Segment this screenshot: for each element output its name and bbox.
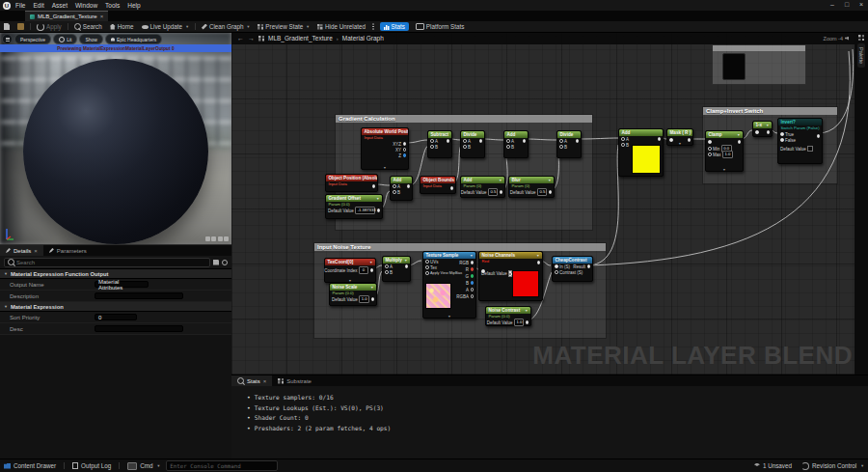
output-pin[interactable]	[371, 297, 375, 301]
input-pin-tex[interactable]	[425, 265, 429, 269]
output-pin[interactable]	[405, 264, 409, 268]
default-value-checkbox[interactable]	[807, 146, 813, 152]
node-add-2[interactable]: Add A B	[390, 176, 413, 201]
console-command-input[interactable]	[166, 460, 278, 471]
node-noise-channels[interactable]: Noise Channels▼ Red Default Value	[478, 251, 543, 301]
input-pin[interactable]	[755, 130, 759, 134]
desc-field[interactable]	[95, 325, 183, 332]
node-object-bounds[interactable]: Object Bounds Input Data	[420, 176, 456, 194]
output-pin-g[interactable]	[471, 274, 475, 278]
default-value-field[interactable]: 0.5	[488, 188, 498, 195]
close-button[interactable]: ×	[854, 0, 868, 11]
output-pin-result[interactable]	[587, 264, 591, 268]
default-value-field[interactable]: 0.5	[537, 188, 547, 195]
input-pin-max[interactable]	[708, 153, 712, 156]
tab-parameters[interactable]: Parameters	[43, 245, 93, 256]
output-node-partial[interactable]	[722, 53, 746, 80]
node-add-mix[interactable]: Add A B	[618, 128, 664, 177]
input-pin-a[interactable]	[621, 137, 625, 141]
node-subtract[interactable]: Subtract A B	[427, 130, 452, 158]
viewport-options-button[interactable]	[2, 34, 13, 44]
save-settings-icon[interactable]	[213, 260, 219, 265]
details-close-icon[interactable]: ×	[34, 248, 38, 254]
more-options-icon[interactable]	[372, 26, 374, 28]
node-object-position[interactable]: Object Position (Absolute) Input Data	[325, 174, 378, 192]
comment-partial-top-right[interactable]	[712, 44, 806, 85]
input-pin-b[interactable]	[506, 145, 510, 149]
viewport-corner-icons[interactable]	[205, 236, 230, 241]
save-button[interactable]	[0, 21, 14, 32]
max-value-field[interactable]: 1.0	[722, 151, 733, 157]
output-pin[interactable]	[377, 208, 381, 212]
input-pin-a[interactable]	[385, 264, 389, 268]
input-pin-b[interactable]	[385, 270, 389, 274]
unsaved-button[interactable]: 1 Unsaved	[754, 462, 792, 469]
live-update-button[interactable]: Live Update▼	[138, 21, 193, 32]
node-one-minus[interactable]: 1-x▼	[752, 121, 773, 137]
output-log-button[interactable]: Output Log	[72, 462, 111, 469]
sort-priority-field[interactable]: 0	[95, 314, 137, 320]
menu-window[interactable]: Window	[75, 2, 97, 9]
apply-button[interactable]: Apply	[33, 21, 66, 32]
node-texture-sample[interactable]: Texture Sample▼ UVs Tex Apply View MipBi…	[422, 251, 476, 319]
cmd-dropdown[interactable]: Cmd▼	[127, 462, 160, 470]
stats-toggle-button[interactable]: Stats	[380, 22, 409, 31]
output-pin[interactable]	[523, 139, 527, 143]
output-pin[interactable]	[370, 268, 374, 272]
output-pin[interactable]	[447, 139, 450, 143]
back-arrow-icon[interactable]: ←	[237, 35, 244, 42]
output-pin-rgba[interactable]	[471, 294, 475, 298]
palette-icon[interactable]	[858, 35, 864, 41]
input-pin-false[interactable]	[780, 138, 784, 142]
search-button[interactable]: Search	[70, 21, 106, 32]
node-blur-param[interactable]: Blur▼ Param (0) Default Value0.5	[508, 176, 555, 198]
default-value-field[interactable]: -1.387333	[355, 207, 375, 213]
browse-button[interactable]	[14, 21, 28, 32]
menu-asset[interactable]: Asset	[52, 2, 68, 9]
lit-button[interactable]: Lit	[53, 34, 77, 44]
node-multiply[interactable]: Multiply▼ A B	[382, 256, 411, 282]
default-value-field[interactable]: 1.0	[359, 295, 369, 302]
input-pin-in[interactable]	[555, 264, 558, 268]
input-pin-uvs[interactable]	[425, 260, 429, 264]
node-add-param[interactable]: Add▼ Param (0) Default Value0.5	[460, 176, 505, 198]
home-button[interactable]: Home	[106, 21, 138, 32]
details-search-input[interactable]: Search	[4, 258, 210, 267]
tab-stats[interactable]: Stats ×	[231, 375, 272, 386]
output-pin[interactable]	[537, 261, 541, 264]
description-field[interactable]	[95, 292, 183, 299]
clean-graph-button[interactable]: Clean Graph▼	[198, 21, 254, 32]
tab-mlb-gradient-texture[interactable]: MLB_Gradient_Texture ×	[25, 11, 108, 21]
input-pin-b[interactable]	[393, 190, 396, 194]
node-noise-contrast[interactable]: Noise Contrast▼ Param (0.0) Default Valu…	[485, 306, 531, 326]
input-pin[interactable]	[481, 269, 485, 273]
node-absolute-world-position[interactable]: Absolute World Position▼ Input Data XYZ …	[361, 127, 409, 170]
forward-arrow-icon[interactable]: →	[248, 35, 255, 42]
node-noise-scale[interactable]: Noise Scale▼ Param (0.0) Default Value1.…	[329, 283, 377, 306]
input-pin-a[interactable]	[430, 139, 434, 143]
output-pin-r[interactable]	[471, 267, 475, 271]
menu-edit[interactable]: Edit	[33, 2, 43, 9]
output-pin[interactable]	[403, 148, 407, 152]
output-pin[interactable]	[688, 138, 692, 142]
node-gradient-offset[interactable]: Gradient Offset▼ Param (0.0) Default Val…	[325, 194, 383, 219]
output-pin[interactable]	[526, 320, 529, 324]
menu-file[interactable]: File	[15, 2, 25, 9]
input-pin-true[interactable]	[780, 132, 784, 136]
input-pin-contrast[interactable]	[555, 270, 558, 274]
minimize-button[interactable]: –	[826, 0, 839, 11]
gear-icon[interactable]	[222, 260, 228, 265]
node-mask-r[interactable]: Mask ( R ) ▼	[666, 128, 693, 146]
tab-details[interactable]: Details ×	[0, 245, 43, 256]
tab-substrate[interactable]: Substrate	[272, 375, 317, 386]
input-pin-min[interactable]	[708, 147, 712, 151]
node-texcoord[interactable]: TexCoord[0]▼ Coordinate Index0 ▼	[324, 258, 376, 283]
section-material-expression[interactable]: ▼ Material Expression	[0, 302, 231, 312]
output-pin-a[interactable]	[471, 288, 475, 292]
node-add-1[interactable]: Add A B	[503, 130, 529, 158]
platform-stats-button[interactable]: Platform Stats	[412, 21, 469, 32]
coordinate-index-field[interactable]: 0	[359, 266, 368, 273]
output-pin-b[interactable]	[471, 281, 475, 285]
input-pin-b[interactable]	[621, 143, 625, 147]
input-pin[interactable]	[708, 140, 712, 144]
